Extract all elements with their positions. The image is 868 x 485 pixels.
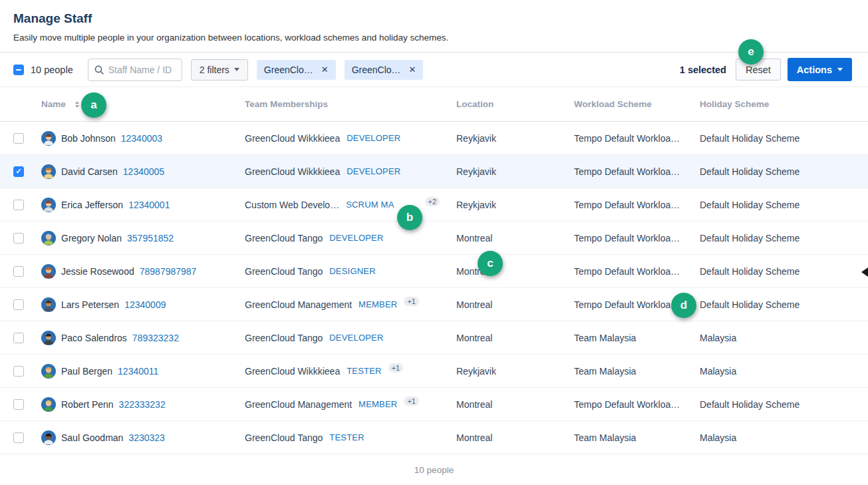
- team-name: Custom Web Develo…: [245, 200, 339, 210]
- row-checkbox[interactable]: [13, 432, 24, 443]
- table-row[interactable]: Paco Salendros 789323232 GreenCloud Tang…: [0, 321, 868, 355]
- avatar: [41, 264, 56, 279]
- staff-id-link[interactable]: 12340003: [121, 133, 162, 144]
- team-role-link[interactable]: MEMBER: [359, 399, 397, 409]
- location-cell: Reykjavik: [456, 366, 574, 377]
- team-name: GreenCloud Tango: [245, 266, 323, 277]
- staff-name: Bob Johnson: [61, 133, 116, 144]
- table-header: Name Team Memberships Location Workload …: [0, 87, 868, 122]
- toolbar: 10 people 2 filters GreenClo… ✕ GreenClo…: [0, 53, 868, 87]
- staff-id-link[interactable]: 12340009: [124, 299, 166, 310]
- workload-scheme-cell: Team Malaysia: [574, 432, 700, 443]
- filter-chip-label: GreenClo…: [352, 65, 401, 75]
- staff-id-link[interactable]: 357951852: [127, 233, 174, 243]
- avatar: [41, 397, 56, 412]
- search-box: [88, 59, 182, 81]
- team-role-link[interactable]: SCRUM MA: [346, 200, 394, 210]
- team-name: GreenCloud Wikkkieea: [245, 166, 340, 177]
- table-row[interactable]: David Carsen 12340005 GreenCloud Wikkkie…: [0, 155, 868, 188]
- more-roles-badge[interactable]: +1: [404, 397, 419, 406]
- team-role-link[interactable]: DEVELOPER: [347, 133, 400, 143]
- staff-name: David Carsen: [61, 166, 118, 177]
- more-roles-badge[interactable]: +2: [425, 197, 440, 206]
- annotation-marker-a: a: [81, 92, 106, 118]
- avatar: [41, 131, 56, 146]
- location-cell: Montreal: [456, 333, 574, 343]
- staff-name: Erica Jefferson: [61, 200, 123, 210]
- table-row[interactable]: Bob Johnson 12340003 GreenCloud Wikkkiee…: [0, 122, 868, 155]
- row-checkbox[interactable]: [13, 266, 24, 277]
- location-cell: Reykjavik: [456, 166, 574, 177]
- row-checkbox[interactable]: [13, 366, 24, 377]
- filter-chip-label: GreenClo…: [264, 65, 313, 75]
- location-cell: Reykjavik: [456, 133, 574, 144]
- team-role-link[interactable]: TESTER: [329, 432, 364, 442]
- table-row[interactable]: Erica Jefferson 12340001 Custom Web Deve…: [0, 188, 868, 222]
- page-header: Manage Staff Easily move multiple people…: [0, 0, 868, 53]
- team-role-link[interactable]: DEVELOPER: [329, 333, 383, 343]
- annotation-marker-c: c: [478, 251, 503, 276]
- filter-chip[interactable]: GreenClo… ✕: [257, 60, 336, 80]
- filters-dropdown-button[interactable]: 2 filters: [191, 59, 248, 81]
- team-role-link[interactable]: DEVELOPER: [329, 233, 383, 243]
- holiday-scheme-cell: Default Holiday Scheme: [700, 233, 852, 243]
- column-header-name[interactable]: Name: [41, 99, 66, 109]
- staff-id-link[interactable]: 3230323: [128, 432, 165, 443]
- holiday-scheme-cell: Default Holiday Scheme: [700, 299, 852, 310]
- more-roles-badge[interactable]: +1: [404, 297, 419, 306]
- holiday-scheme-cell: Default Holiday Scheme: [700, 166, 852, 177]
- staff-id-link[interactable]: 12340005: [123, 166, 164, 177]
- team-name: GreenCloud Wikkkieea: [245, 133, 340, 144]
- row-checkbox[interactable]: [13, 299, 24, 310]
- workload-scheme-cell: Tempo Default Workloa…: [574, 133, 700, 144]
- actions-button[interactable]: Actions: [788, 58, 852, 81]
- avatar: [41, 198, 56, 212]
- team-name: GreenCloud Management: [245, 399, 352, 410]
- close-icon[interactable]: ✕: [321, 65, 329, 75]
- table-row[interactable]: Paul Bergen 12340011 GreenCloud Wikkkiee…: [0, 355, 868, 388]
- staff-id-link[interactable]: 12340001: [128, 200, 170, 210]
- row-checkbox[interactable]: [13, 133, 24, 144]
- close-icon[interactable]: ✕: [409, 65, 416, 75]
- staff-name: Gregory Nolan: [61, 233, 122, 243]
- staff-id-link[interactable]: 789323232: [132, 333, 179, 343]
- search-icon: [94, 65, 104, 75]
- select-all-checkbox[interactable]: [13, 65, 24, 75]
- more-roles-badge[interactable]: +1: [388, 363, 404, 373]
- team-role-link[interactable]: DEVELOPER: [347, 166, 400, 176]
- team-role-link[interactable]: TESTER: [347, 366, 381, 376]
- row-checkbox[interactable]: [13, 399, 24, 410]
- staff-id-link[interactable]: 322333232: [119, 399, 166, 410]
- holiday-scheme-cell: Default Holiday Scheme: [700, 266, 852, 277]
- row-checkbox[interactable]: [13, 233, 24, 243]
- row-checkbox[interactable]: [13, 166, 24, 177]
- filter-chip[interactable]: GreenClo… ✕: [345, 60, 424, 80]
- table-row[interactable]: Jessie Rosewood 78987987987 GreenCloud T…: [0, 255, 868, 288]
- location-cell: Montreal: [456, 432, 574, 443]
- holiday-scheme-cell: Default Holiday Scheme: [700, 200, 852, 210]
- staff-id-link[interactable]: 12340011: [118, 366, 158, 377]
- row-checkbox[interactable]: [13, 200, 24, 210]
- row-checkbox[interactable]: [13, 333, 24, 343]
- holiday-scheme-cell: Default Holiday Scheme: [700, 399, 852, 410]
- location-cell: Montreal: [456, 299, 574, 310]
- table-row[interactable]: Saul Goodman 3230323 GreenCloud Tango TE…: [0, 421, 868, 454]
- team-name: GreenCloud Tango: [245, 432, 323, 443]
- table-row[interactable]: Lars Petersen 12340009 GreenCloud Manage…: [0, 288, 868, 321]
- workload-scheme-cell: Tempo Default Workloa…: [574, 166, 700, 177]
- selected-count: 1 selected: [680, 65, 726, 75]
- page-title: Manage Staff: [13, 11, 852, 26]
- table-row[interactable]: Robert Penn 322333232 GreenCloud Managem…: [0, 388, 868, 421]
- staff-id-link[interactable]: 78987987987: [140, 266, 197, 277]
- sort-icon[interactable]: [75, 101, 79, 108]
- people-count: 10 people: [31, 65, 73, 75]
- location-cell: Montreal: [456, 399, 574, 410]
- avatar: [41, 331, 56, 345]
- team-name: GreenCloud Tango: [245, 233, 323, 243]
- location-cell: Reykjavik: [456, 200, 574, 210]
- table-row[interactable]: Gregory Nolan 357951852 GreenCloud Tango…: [0, 222, 868, 255]
- column-header-workload-scheme: Workload Scheme: [574, 99, 700, 109]
- team-role-link[interactable]: MEMBER: [359, 299, 397, 309]
- team-role-link[interactable]: DESIGNER: [329, 266, 376, 276]
- avatar: [41, 231, 56, 245]
